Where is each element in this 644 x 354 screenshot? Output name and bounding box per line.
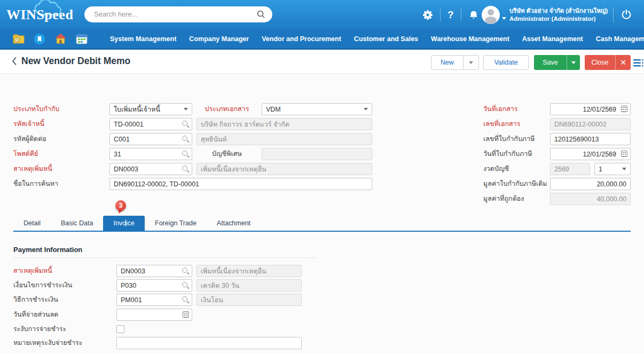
vendor-debit-memo-page: WINSpeed bbox=[0, 0, 644, 354]
doc-type-label: ประเภทเอกสาร bbox=[192, 105, 262, 114]
search-icon[interactable] bbox=[182, 120, 190, 128]
payment-method-label: วิธีการชำระเงิน bbox=[13, 296, 116, 304]
search-icon[interactable] bbox=[257, 10, 265, 19]
period-select[interactable]: 1 bbox=[594, 163, 631, 175]
contact-code-input[interactable] bbox=[109, 133, 192, 145]
debit-reason-desc-field bbox=[197, 163, 372, 175]
search-icon[interactable] bbox=[182, 281, 190, 289]
save-button[interactable]: Save bbox=[534, 55, 567, 70]
doc-date-label: วันที่เอกสาร bbox=[483, 105, 550, 114]
vendor-code-label: รหัสเจ้าหนี้ bbox=[13, 120, 109, 129]
company-name: บริษัท ตัวอย่าง จำกัด (สำนักงานใหญ่) bbox=[509, 7, 608, 15]
tax-invoice-no-input[interactable] bbox=[550, 133, 631, 145]
title-bar: New Vendor Debit Memo New Validate Save … bbox=[0, 50, 644, 73]
nav-item-warehouse-management[interactable]: Warehouse Management bbox=[425, 35, 516, 43]
invoice-type-select[interactable]: ใบเพิ่มหนี้เจ้าหนี้ bbox=[109, 103, 192, 115]
contact-code-label: รหัสผู้ติดต่อ bbox=[13, 135, 109, 144]
chevron-down-icon bbox=[502, 17, 506, 20]
validate-button[interactable]: Validate bbox=[484, 56, 528, 69]
correct-value-field bbox=[550, 193, 631, 205]
search-icon[interactable] bbox=[182, 296, 190, 304]
calendar-icon[interactable] bbox=[621, 106, 627, 112]
user-menu[interactable]: บริษัท ตัวอย่าง จำกัด (สำนักงานใหญ่) Adm… bbox=[482, 0, 608, 29]
tab-detail[interactable]: Detail bbox=[13, 216, 51, 231]
hold-note-label: หมายเหตุระงับจ่ายชำระ bbox=[13, 339, 116, 348]
payment-method-desc bbox=[197, 294, 302, 306]
search-icon[interactable] bbox=[182, 150, 190, 158]
new-dropdown-toggle[interactable] bbox=[463, 56, 478, 69]
chevron-down-icon bbox=[364, 108, 368, 111]
nav-item-customer-sales[interactable]: Customer and Sales bbox=[348, 35, 425, 43]
tab-basic-data[interactable]: Basic Data bbox=[51, 216, 103, 231]
doc-type-select[interactable]: VDM bbox=[262, 103, 372, 115]
payment-debit-reason-desc bbox=[197, 265, 302, 277]
save-dropdown-toggle[interactable] bbox=[567, 55, 580, 70]
main-nav: System Management Company Manager Vendor… bbox=[0, 29, 644, 50]
post-key-label: โพสต์คีย์ bbox=[13, 150, 109, 159]
recent-folder-icon[interactable] bbox=[13, 34, 25, 44]
doc-no-label: เลขที่เอกสาร bbox=[483, 120, 550, 129]
back-icon[interactable] bbox=[12, 57, 17, 68]
vendor-code-input[interactable] bbox=[109, 118, 192, 130]
divider bbox=[613, 7, 614, 22]
payment-debit-reason-input[interactable] bbox=[116, 265, 192, 277]
discount-date-input[interactable] bbox=[116, 309, 192, 321]
payment-section-heading: Payment Information bbox=[13, 246, 82, 254]
search-icon[interactable] bbox=[182, 135, 190, 143]
period-label: งวดบัญชี bbox=[483, 165, 550, 174]
menu-list-icon[interactable] bbox=[633, 59, 644, 69]
nav-item-asset-management[interactable]: Asset Management bbox=[516, 35, 590, 43]
doc-no-field bbox=[550, 118, 631, 130]
tab-invoice[interactable]: Invoice bbox=[103, 216, 145, 231]
tax-invoice-date-input[interactable] bbox=[550, 148, 631, 160]
tab-underline bbox=[13, 231, 631, 232]
search-input[interactable] bbox=[93, 7, 253, 21]
calendar-icon[interactable] bbox=[621, 151, 627, 157]
search-name-label: ชื่อในการค้นหา bbox=[13, 180, 109, 188]
post-key-input[interactable] bbox=[109, 148, 192, 160]
home-icon[interactable] bbox=[54, 33, 67, 44]
invoice-type-value: ใบเพิ่มหนี้เจ้าหนี้ bbox=[114, 104, 160, 115]
top-header: WINSpeed bbox=[0, 0, 644, 29]
credit-terms-input[interactable] bbox=[116, 279, 192, 292]
settings-gear-icon[interactable] bbox=[415, 10, 440, 20]
new-button[interactable]: New bbox=[431, 56, 463, 69]
nav-item-cash-management[interactable]: Cash Management bbox=[590, 35, 644, 43]
bookmark-icon[interactable] bbox=[34, 33, 45, 45]
credit-terms-label: เงื่อนไขการชำระเงิน bbox=[13, 281, 116, 290]
payment-method-input[interactable] bbox=[116, 294, 192, 306]
divider bbox=[13, 257, 316, 258]
help-icon[interactable]: ? bbox=[441, 9, 461, 21]
doc-date-input[interactable] bbox=[550, 103, 631, 115]
payment-debit-reason-label: สาเหตุเพิ่มหนี้ bbox=[13, 267, 116, 276]
period-year-field bbox=[550, 163, 590, 175]
tax-invoice-no-label: เลขที่ใบกำกับภาษี bbox=[483, 135, 550, 144]
app-logo[interactable]: WINSpeed bbox=[6, 7, 73, 23]
calendar-icon[interactable] bbox=[183, 311, 189, 318]
nav-item-company-manager[interactable]: Company Manager bbox=[183, 35, 255, 43]
debit-reason-input[interactable] bbox=[109, 163, 192, 175]
calendar-icon[interactable] bbox=[76, 34, 88, 44]
text-cursor bbox=[125, 219, 126, 226]
nav-item-system-management[interactable]: System Management bbox=[104, 35, 183, 43]
tab-foreign-trade[interactable]: Foreign Trade bbox=[145, 216, 207, 231]
original-value-input[interactable] bbox=[550, 178, 631, 190]
user-role: Administrator (Administrator) bbox=[509, 15, 608, 23]
menu-bar: System Management Company Manager Vendor… bbox=[104, 29, 644, 48]
close-button[interactable]: Close bbox=[585, 55, 615, 70]
close-x-icon[interactable]: ✕ bbox=[615, 55, 631, 70]
search-icon[interactable] bbox=[182, 267, 190, 275]
hold-payment-checkbox[interactable] bbox=[116, 325, 124, 333]
nav-item-vendor-procurement[interactable]: Vendor and Procurement bbox=[255, 35, 348, 43]
special-account-label: บัญชีพิเศษ bbox=[192, 150, 262, 159]
hold-note-input[interactable] bbox=[116, 337, 302, 349]
search-name-input[interactable] bbox=[109, 178, 372, 190]
global-search[interactable] bbox=[84, 6, 272, 22]
tab-invoice-label: Invoice bbox=[113, 219, 135, 227]
logout-power-icon[interactable] bbox=[621, 9, 632, 22]
save-split-button: Save bbox=[534, 55, 580, 70]
chevron-down-icon bbox=[571, 61, 576, 64]
correct-value-label: มูลค่าที่ถูกต้อง bbox=[483, 195, 550, 203]
tab-attachment[interactable]: Attachment bbox=[207, 216, 261, 231]
search-icon[interactable] bbox=[182, 165, 190, 173]
